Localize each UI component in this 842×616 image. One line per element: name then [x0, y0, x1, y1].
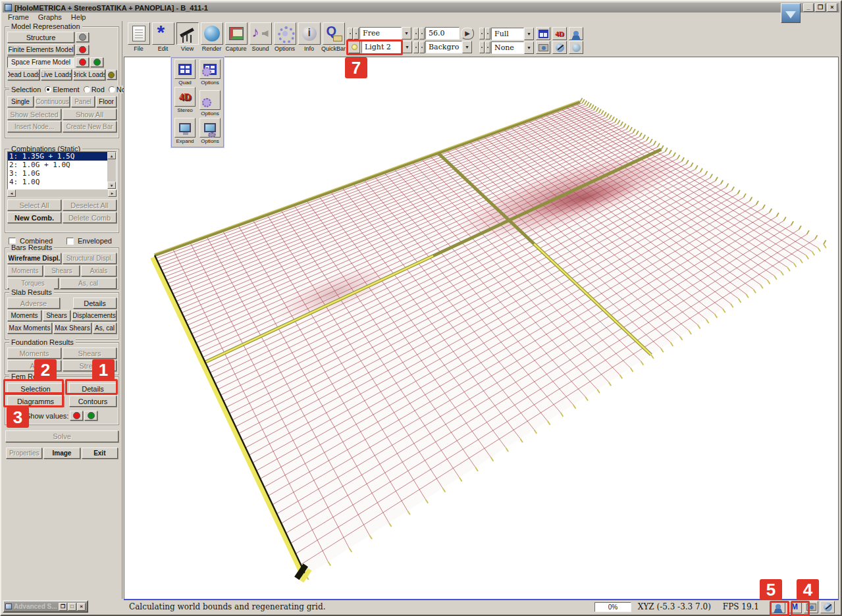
palette-stereo-button[interactable]: 4DStereo — [172, 87, 197, 113]
toolbar-edit-button[interactable]: Edit — [151, 22, 175, 57]
4d-icon[interactable]: 4D — [552, 27, 567, 40]
chevron-down-icon[interactable]: ▼ — [402, 41, 412, 53]
toolbar-options-button[interactable]: Options — [273, 22, 297, 57]
tiny-button[interactable] — [419, 41, 425, 53]
palette-options-button[interactable]: Options — [197, 90, 223, 116]
show-selected-button[interactable]: Show Selected — [7, 109, 61, 120]
slab-moments-button[interactable]: Moments — [7, 310, 41, 321]
value-field[interactable]: 56.0 — [425, 27, 460, 39]
show-values-green-button[interactable] — [84, 411, 97, 421]
toolbar-render-button[interactable]: Render — [199, 22, 224, 57]
chevron-down-icon[interactable]: ▼ — [402, 27, 411, 39]
menu-graphs[interactable]: Graphs — [38, 13, 62, 21]
brick-loads-button[interactable]: Brick Loads — [73, 69, 105, 80]
foundation-shears-button[interactable]: Shears — [63, 347, 117, 359]
mini-close-button[interactable]: × — [77, 603, 86, 611]
minimize-button[interactable]: _ — [803, 3, 814, 12]
rod-radio[interactable] — [84, 86, 90, 93]
stereo-options-icon-frame[interactable] — [199, 90, 221, 110]
node-radio[interactable] — [109, 86, 115, 93]
vertical-scrollbar[interactable]: ▲ ▼ — [107, 152, 116, 189]
options-icon-frame[interactable] — [274, 22, 296, 45]
palette-options-button[interactable]: Options — [197, 59, 223, 86]
material-icon[interactable] — [552, 41, 567, 54]
background-combobox[interactable]: Backgro ▼ — [425, 41, 472, 53]
brick-led-button[interactable] — [107, 70, 117, 80]
restore-button[interactable]: ❒ — [815, 3, 826, 12]
toolbar-info-button[interactable]: Info — [297, 22, 321, 57]
select-all-button[interactable]: Select All — [7, 199, 61, 211]
max-moments-button[interactable]: Max Moments — [7, 322, 52, 334]
chevron-down-icon[interactable]: ▼ — [462, 41, 472, 53]
deselect-all-button[interactable]: Deselect All — [63, 199, 117, 211]
view-mode-combobox[interactable]: Free ▼ — [359, 27, 411, 39]
live-loads-button[interactable]: Live Loads — [41, 69, 72, 80]
file-icon-frame[interactable] — [128, 22, 150, 45]
slab-shears-button[interactable]: Shears — [43, 310, 70, 321]
new-comb-button[interactable]: New Comb. — [7, 212, 61, 223]
palette-options-button[interactable]: Options — [197, 118, 223, 144]
properties-button[interactable]: Properties — [6, 448, 42, 459]
structure-led-button[interactable] — [76, 32, 89, 42]
mini-restore-button[interactable]: ❒ — [59, 603, 67, 611]
floor-button[interactable]: Floor — [96, 96, 117, 107]
stereo-4d-icon-frame[interactable]: 4D — [174, 87, 196, 107]
scroll-left-icon[interactable]: ◄ — [7, 190, 16, 197]
expand-icon-frame[interactable] — [174, 118, 196, 138]
quad-view-icon-frame[interactable] — [174, 59, 196, 79]
menu-help[interactable]: Help — [71, 13, 86, 21]
tiny-button[interactable] — [413, 41, 419, 53]
mini-maximize-button[interactable]: □ — [68, 603, 76, 611]
grid-view-icon[interactable] — [536, 27, 550, 40]
create-new-bar-button[interactable]: Create New Bar — [63, 121, 117, 132]
quad-options-icon-frame[interactable] — [199, 59, 221, 79]
structural-displ-button[interactable]: Structural Displ. — [63, 253, 117, 264]
expand-options-icon-frame[interactable] — [199, 118, 221, 138]
tiny-button[interactable] — [419, 28, 425, 39]
toolbar-file-button[interactable]: File — [126, 22, 151, 57]
sphere-status-button[interactable] — [820, 601, 835, 613]
tiny-button[interactable] — [413, 28, 419, 39]
contours-button[interactable]: Contours — [69, 396, 117, 407]
delete-comb-button[interactable]: Delete Comb — [63, 212, 117, 223]
bars-axials-button[interactable]: Axials — [81, 265, 117, 276]
combination-item[interactable]: 2: 1.0G + 1.0Q — [8, 161, 107, 169]
exit-button[interactable]: Exit — [82, 448, 118, 459]
torques-button[interactable]: Torques — [7, 278, 59, 289]
detail-combobox[interactable]: Full ▼ — [491, 28, 534, 40]
slab-as-cal-button[interactable]: As, cal — [93, 322, 117, 334]
dead-loads-button[interactable]: Dead Loads — [7, 69, 39, 80]
bars-moments-button[interactable]: Moments — [7, 265, 43, 276]
palette-expand-button[interactable]: Expand — [172, 118, 197, 144]
advanced-settings-window[interactable]: Advanced S... ❒ □ × — [3, 600, 88, 613]
scroll-up-icon[interactable]: ▲ — [107, 152, 116, 159]
enveloped-checkbox[interactable] — [66, 238, 74, 245]
render-icon-frame[interactable] — [201, 22, 223, 45]
chevron-down-icon[interactable]: ▼ — [524, 28, 534, 40]
sfm-red-led-button[interactable] — [76, 57, 89, 67]
bars-as-cal-button[interactable]: As, cal — [60, 278, 117, 289]
play-icon[interactable]: ▶ — [461, 28, 474, 39]
combination-item[interactable]: 1: 1.35G + 1.5Q — [8, 152, 107, 161]
combination-item[interactable]: 3: 1.0G — [8, 169, 107, 178]
toolbar-quickbar-button[interactable]: QuickBar — [321, 22, 346, 57]
tiny-button[interactable] — [479, 28, 485, 39]
element-radio[interactable] — [45, 86, 51, 93]
continuous-button[interactable]: Continuous — [35, 96, 70, 107]
combinations-list[interactable]: ▲ ▼ 1: 1.35G + 1.5Q2: 1.0G + 1.0Q3: 1.0G… — [7, 151, 117, 190]
capture-icon-frame[interactable] — [225, 22, 248, 45]
horizontal-scrollbar[interactable]: ◄ ► — [7, 190, 117, 197]
toolbar-view-button[interactable]: View — [175, 22, 199, 57]
edit-icon-frame[interactable] — [152, 22, 174, 45]
none-combobox[interactable]: None ▼ — [491, 41, 534, 54]
tiny-button[interactable] — [479, 41, 485, 53]
panel-button[interactable]: Panel — [71, 96, 95, 107]
view-icon-frame[interactable] — [176, 22, 199, 45]
single-button[interactable]: Single — [7, 96, 34, 107]
toolbar-sound-button[interactable]: Sound — [248, 22, 273, 57]
globe-icon[interactable] — [569, 41, 583, 54]
insert-node-button[interactable]: Insert Node... — [7, 121, 61, 132]
image-button[interactable]: Image — [43, 448, 80, 459]
scroll-right-icon[interactable]: ► — [108, 190, 117, 197]
dock-arrow-button[interactable] — [781, 3, 801, 23]
